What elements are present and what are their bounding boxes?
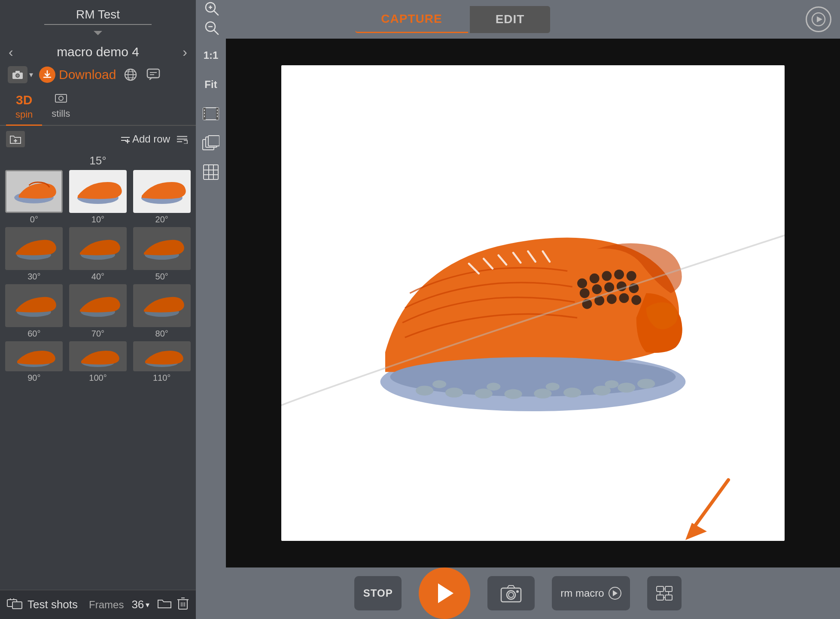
nav-row: ‹ macro demo 4 › bbox=[0, 43, 196, 64]
shot-cell-20[interactable]: 20° bbox=[131, 170, 192, 225]
shot-label-100: 100° bbox=[89, 373, 107, 383]
grid-button[interactable] bbox=[201, 162, 221, 182]
svg-rect-119 bbox=[657, 586, 663, 592]
image-viewer bbox=[226, 39, 840, 567]
film-strip-button[interactable] bbox=[201, 104, 221, 124]
sidebar-divider-arrow bbox=[94, 31, 102, 35]
ratio-label: 1:1 bbox=[204, 49, 219, 61]
shot-label-10: 10° bbox=[91, 215, 104, 225]
ratio-button[interactable]: 1:1 bbox=[201, 46, 221, 65]
shot-cell-100[interactable]: 100° bbox=[67, 341, 129, 383]
svg-rect-122 bbox=[665, 595, 672, 600]
session-name: macro demo 4 bbox=[57, 45, 139, 59]
svg-rect-70 bbox=[204, 112, 205, 114]
tab-capture[interactable]: CAPTURE bbox=[355, 6, 468, 33]
mode-tabs: 3D spin stills bbox=[0, 88, 196, 126]
shot-cell-0[interactable]: 0° bbox=[3, 170, 65, 225]
shot-cell-70[interactable]: 70° bbox=[67, 284, 129, 339]
frames-value: 36 ▾ bbox=[131, 598, 149, 611]
svg-rect-78 bbox=[204, 165, 218, 179]
main-tabs: CAPTURE EDIT bbox=[355, 6, 550, 33]
prev-session-button[interactable]: ‹ bbox=[9, 45, 13, 59]
shot-cell-110[interactable]: 110° bbox=[131, 341, 192, 383]
shot-cell-90[interactable]: 90° bbox=[3, 341, 65, 383]
chat-button[interactable] bbox=[145, 66, 162, 83]
sidebar: RM Test ‹ macro demo 4 › ▾ bbox=[0, 0, 196, 619]
svg-point-117 bbox=[516, 590, 519, 593]
svg-rect-71 bbox=[204, 115, 205, 117]
frames-dropdown-arrow[interactable]: ▾ bbox=[146, 600, 149, 610]
svg-rect-9 bbox=[147, 69, 159, 78]
add-row-label: Add row bbox=[132, 133, 170, 145]
shot-label-110: 110° bbox=[153, 373, 170, 383]
shots-grid: 0° 10° bbox=[3, 170, 192, 386]
tab-spin[interactable]: 3D spin bbox=[6, 88, 42, 126]
play-circle-button[interactable] bbox=[806, 6, 831, 32]
sidebar-footer: Test shots Frames 36 ▾ bbox=[0, 590, 196, 619]
menu-button[interactable] bbox=[174, 131, 190, 147]
shot-label-0: 0° bbox=[30, 215, 38, 225]
macro-play-icon bbox=[609, 587, 621, 600]
shot-label-20: 20° bbox=[155, 215, 168, 225]
shot-cell-80[interactable]: 80° bbox=[131, 284, 192, 339]
shot-cell-10[interactable]: 10° bbox=[67, 170, 129, 225]
shot-cell-40[interactable]: 40° bbox=[67, 227, 129, 282]
download-button[interactable]: Download bbox=[39, 67, 116, 83]
sidebar-title: RM Test bbox=[9, 8, 187, 21]
svg-marker-118 bbox=[613, 590, 618, 596]
footer-folder-button[interactable] bbox=[157, 597, 172, 612]
shot-thumb-80 bbox=[133, 284, 191, 327]
svg-rect-73 bbox=[217, 112, 218, 114]
svg-rect-121 bbox=[657, 595, 663, 600]
svg-rect-69 bbox=[204, 109, 205, 111]
add-folder-button[interactable] bbox=[6, 131, 25, 147]
tab-edit[interactable]: EDIT bbox=[470, 6, 551, 33]
shot-cell-60[interactable]: 60° bbox=[3, 284, 65, 339]
stitch-button[interactable] bbox=[647, 576, 682, 610]
add-row-button[interactable]: Add row bbox=[120, 133, 170, 145]
next-session-button[interactable]: › bbox=[183, 45, 187, 59]
row-degree-label: 15° bbox=[0, 151, 196, 170]
svg-rect-120 bbox=[665, 586, 672, 592]
footer-trash-button[interactable] bbox=[177, 596, 189, 613]
zoom-controls bbox=[204, 1, 219, 37]
shot-cell-30[interactable]: 30° bbox=[3, 227, 65, 282]
play-big-button[interactable] bbox=[419, 567, 470, 619]
shot-label-30: 30° bbox=[27, 272, 40, 282]
svg-line-63 bbox=[214, 30, 218, 34]
shot-thumb-60 bbox=[5, 284, 63, 327]
macro-button[interactable]: rm macro bbox=[552, 576, 630, 610]
shots-toolbar: Add row bbox=[0, 126, 196, 151]
svg-point-13 bbox=[59, 96, 63, 100]
shot-thumb-50 bbox=[133, 227, 191, 270]
zoom-out-button[interactable] bbox=[204, 21, 219, 37]
spin-icon: 3D bbox=[16, 93, 32, 107]
globe-button[interactable] bbox=[122, 66, 139, 83]
svg-point-116 bbox=[508, 592, 514, 598]
shot-thumb-0 bbox=[5, 170, 63, 213]
svg-rect-77 bbox=[208, 136, 219, 146]
svg-rect-72 bbox=[217, 109, 218, 111]
camera-mode-button[interactable]: ▾ bbox=[8, 66, 33, 83]
left-tools: 1:1 Fit bbox=[196, 39, 226, 567]
stills-label: stills bbox=[52, 108, 70, 119]
zoom-in-button[interactable] bbox=[204, 1, 219, 18]
shot-thumb-100 bbox=[69, 341, 127, 371]
svg-point-2 bbox=[16, 74, 19, 77]
svg-marker-113 bbox=[438, 583, 453, 603]
sidebar-header: RM Test bbox=[0, 0, 196, 43]
sidebar-divider bbox=[44, 24, 152, 25]
shot-cell-50[interactable]: 50° bbox=[131, 227, 192, 282]
multi-image-button[interactable] bbox=[201, 133, 221, 153]
shot-label-40: 40° bbox=[91, 272, 104, 282]
stop-button[interactable]: STOP bbox=[354, 576, 402, 610]
fit-label: Fit bbox=[204, 79, 217, 91]
svg-marker-65 bbox=[817, 16, 822, 22]
test-shots-icon bbox=[7, 598, 22, 612]
macro-label: rm macro bbox=[560, 587, 604, 599]
shot-label-50: 50° bbox=[155, 272, 168, 282]
shots-scroll[interactable]: 0° 10° bbox=[0, 170, 196, 590]
fit-button[interactable]: Fit bbox=[201, 75, 221, 94]
tab-stills[interactable]: stills bbox=[42, 88, 79, 126]
camera-capture-button[interactable] bbox=[487, 576, 535, 610]
